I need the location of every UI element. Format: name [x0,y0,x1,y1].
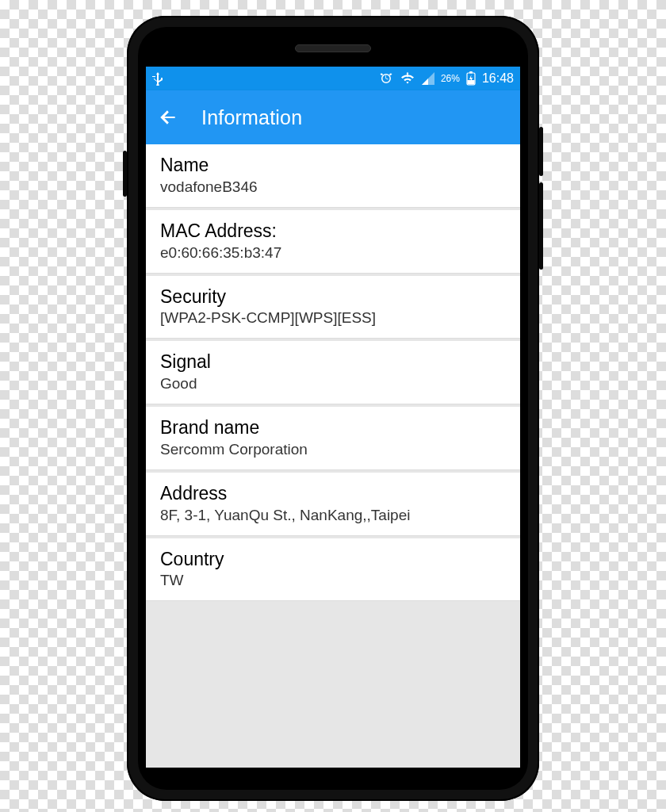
clock-time: 16:48 [482,71,514,86]
row-security[interactable]: Security [WPA2-PSK-CCMP][WPS][ESS] [146,276,520,339]
row-value: TW [160,572,506,589]
row-mac-address[interactable]: MAC Address: e0:60:66:35:b3:47 [146,210,520,274]
alarm-icon [379,71,393,86]
phone-frame: 26% 16:48 Information [127,16,539,801]
row-value: e0:60:66:35:b3:47 [160,244,506,262]
screen: 26% 16:48 Information [146,67,520,768]
info-list: Name vodafoneB346 MAC Address: e0:60:66:… [146,144,520,768]
row-label: Signal [160,350,506,373]
row-value: vodafoneB346 [160,178,506,196]
row-value: Sercomm Corporation [160,441,506,458]
phone-side-button-left [123,151,127,197]
row-name[interactable]: Name vodafoneB346 [146,144,520,208]
row-label: MAC Address: [160,220,506,243]
row-address[interactable]: Address 8F, 3-1, YuanQu St., NanKang,,Ta… [146,473,520,536]
row-brand-name[interactable]: Brand name Sercomm Corporation [146,407,520,470]
status-bar: 26% 16:48 [146,67,520,90]
battery-pct: 26% [441,73,460,84]
back-button[interactable] [157,106,179,128]
usb-icon [152,71,163,86]
signal-icon [422,72,434,85]
row-country[interactable]: Country TW [146,538,520,602]
row-value: [WPA2-PSK-CCMP][WPS][ESS] [160,309,506,327]
row-label: Security [160,285,506,308]
row-label: Country [160,548,506,571]
phone-side-button-power [539,127,543,176]
row-signal[interactable]: Signal Good [146,341,520,404]
row-value: 8F, 3-1, YuanQu St., NanKang,,Taipei [160,507,506,524]
row-label: Name [160,154,506,177]
arrow-left-icon [158,107,178,128]
row-label: Brand name [160,416,506,439]
phone-bezel: 26% 16:48 Information [138,27,528,790]
page-title: Information [201,106,302,129]
battery-charging-icon [466,71,476,86]
row-label: Address [160,482,506,505]
phone-side-button-volume [539,182,543,270]
app-bar: Information [146,90,520,144]
svg-rect-1 [469,71,473,74]
row-value: Good [160,375,506,393]
phone-speaker [295,44,371,52]
wifi-icon [400,72,415,85]
